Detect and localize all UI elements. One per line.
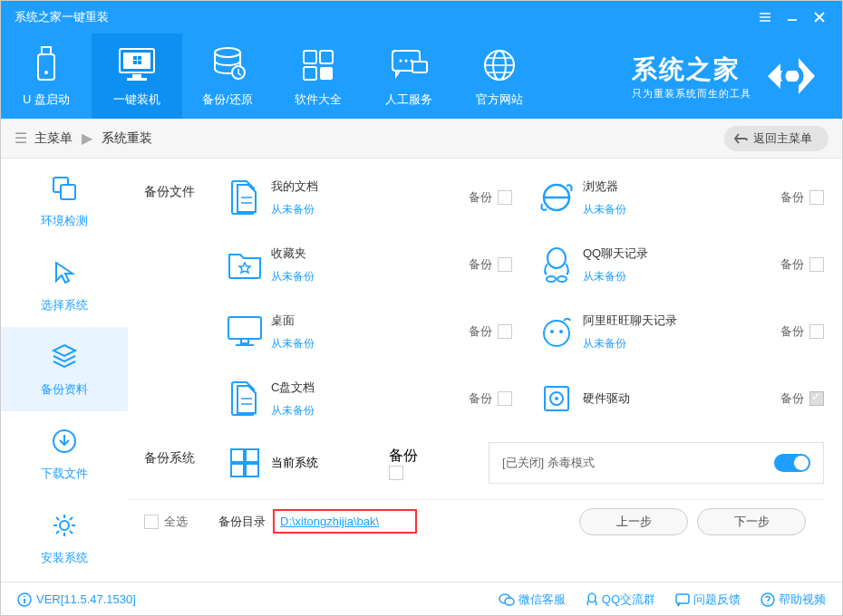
window-title: 系统之家一键重装 (15, 9, 751, 25)
backup-system-section: 备份系统 当前系统 备份 [已关闭] 杀毒模式 (128, 436, 824, 490)
step-env-check[interactable]: 环境检测 (1, 159, 128, 243)
layers-icon (50, 342, 79, 372)
step-backup-data[interactable]: 备份资料 (1, 327, 128, 411)
step-sidebar: 环境检测 选择系统 备份资料 下载文件 安装系统 (1, 159, 128, 582)
item-favorites: 收藏夹从未备份 备份 (218, 236, 512, 293)
item-drivers: 硬件驱动 备份 (530, 371, 824, 427)
svg-point-30 (547, 248, 566, 268)
section-label: 备份系统 (128, 436, 218, 490)
step-label: 选择系统 (41, 297, 88, 313)
checkbox[interactable] (498, 391, 512, 406)
checkbox[interactable] (498, 324, 512, 339)
tab-label: 软件大全 (295, 91, 342, 108)
document-icon (218, 178, 271, 217)
svg-point-47 (505, 598, 514, 605)
chat-icon (389, 44, 429, 86)
step-download[interactable]: 下载文件 (1, 411, 128, 496)
checkbox[interactable] (809, 190, 824, 205)
svg-rect-8 (138, 56, 141, 60)
tab-reinstall[interactable]: 一键装机 (92, 34, 182, 119)
item-desktop: 桌面从未备份 备份 (218, 303, 512, 360)
step-select-system[interactable]: 选择系统 (1, 243, 128, 327)
version-info[interactable]: VER[11.5.47.1530] (17, 592, 136, 607)
checkbox[interactable] (498, 190, 512, 205)
svg-rect-7 (133, 56, 137, 60)
apps-icon (300, 44, 336, 86)
checkbox[interactable] (144, 515, 159, 529)
svg-rect-26 (61, 185, 75, 199)
svg-rect-42 (246, 449, 258, 462)
breadcrumb-main[interactable]: 主菜单 (34, 130, 73, 147)
checkbox[interactable] (809, 324, 824, 339)
wangwang-icon (530, 313, 583, 350)
item-qq: QQ聊天记录从未备份 备份 (530, 236, 824, 293)
brand-subtitle: 只为重装系统而生的工具 (632, 87, 751, 101)
folder-star-icon (218, 247, 271, 282)
gear-icon (51, 510, 78, 541)
wechat-link[interactable]: 微信客服 (499, 592, 566, 608)
monitor-icon (114, 44, 160, 86)
section-label: 备份文件 (128, 169, 218, 427)
backup-files-section: 备份文件 我的文档从未备份 备份 浏览器从未备份 备份 收藏夹从未备份 备份 (128, 169, 824, 427)
backup-dir-label: 备份目录 (218, 514, 266, 530)
download-icon (51, 426, 78, 457)
next-button[interactable]: 下一步 (697, 508, 806, 535)
globe-icon (481, 44, 518, 86)
titlebar: 系统之家一键重装 (1, 1, 842, 34)
backup-items-grid: 我的文档从未备份 备份 浏览器从未备份 备份 收藏夹从未备份 备份 QQ聊天记录… (218, 169, 824, 427)
qq-group-link[interactable]: QQ交流群 (586, 592, 655, 608)
breadcrumb-bar: ☰ 主菜单 ▶ 系统重装 返回主菜单 (1, 119, 842, 159)
checkbox[interactable] (389, 466, 403, 480)
checkbox[interactable] (809, 257, 824, 272)
tab-service[interactable]: 人工服务 (363, 34, 454, 119)
antivirus-toggle[interactable] (774, 454, 810, 472)
svg-point-18 (400, 60, 402, 63)
list-icon: ☰ (15, 130, 27, 147)
main-area: 环境检测 选择系统 备份资料 下载文件 安装系统 备份文件 我的文档从未备份 (1, 159, 842, 582)
backup-dir-path[interactable]: D:\xitongzhijia\bak\ (273, 509, 417, 534)
help-video-link[interactable]: 帮助视频 (761, 592, 826, 608)
tab-label: 一键装机 (113, 91, 160, 108)
chevron-right-icon: ▶ (82, 130, 92, 147)
prev-button[interactable]: 上一步 (579, 508, 688, 535)
item-cdrive: C盘文档从未备份 备份 (218, 371, 512, 427)
cursor-icon (51, 257, 78, 288)
svg-rect-1 (38, 54, 54, 80)
item-browser: 浏览器从未备份 备份 (530, 169, 824, 226)
minimize-button[interactable] (779, 1, 806, 34)
ie-icon (530, 178, 583, 217)
bottom-bar: 全选 备份目录 D:\xitongzhijia\bak\ 上一步 下一步 (128, 499, 824, 543)
checkbox[interactable] (498, 257, 512, 272)
item-documents: 我的文档从未备份 备份 (218, 169, 512, 226)
step-label: 安装系统 (41, 550, 88, 566)
svg-rect-49 (676, 594, 689, 603)
svg-point-32 (557, 276, 567, 282)
step-install[interactable]: 安装系统 (1, 496, 128, 580)
tab-usb[interactable]: U 盘启动 (1, 34, 92, 119)
menu-button[interactable] (751, 1, 779, 34)
close-button[interactable] (806, 1, 833, 34)
select-all[interactable]: 全选 (144, 514, 218, 530)
svg-rect-41 (231, 449, 244, 462)
svg-point-31 (547, 276, 556, 282)
antivirus-mode-box: [已关闭] 杀毒模式 (489, 442, 824, 484)
current-system-label: 当前系统 (271, 455, 389, 471)
brand-area: 系统之家 只为重装系统而生的工具 (545, 34, 842, 119)
feedback-link[interactable]: 问题反馈 (675, 592, 741, 608)
qq-icon (530, 245, 583, 284)
tab-backup[interactable]: 备份/还原 (182, 34, 273, 119)
tab-label: 官方网站 (476, 91, 523, 108)
svg-rect-14 (320, 51, 333, 63)
svg-point-40 (555, 397, 558, 400)
tab-label: 备份/还原 (202, 91, 253, 108)
header: U 盘启动 一键装机 备份/还原 软件大全 人工服务 官方网站 系统之家 只为重… (1, 34, 842, 119)
svg-rect-34 (241, 339, 248, 343)
svg-point-28 (60, 521, 69, 530)
svg-rect-16 (320, 67, 333, 80)
back-button[interactable]: 返回主菜单 (724, 126, 828, 151)
brand-title: 系统之家 (632, 53, 751, 87)
info-icon (17, 592, 32, 607)
tab-software[interactable]: 软件大全 (273, 34, 363, 119)
tab-website[interactable]: 官方网站 (454, 34, 545, 119)
svg-point-48 (588, 593, 596, 602)
